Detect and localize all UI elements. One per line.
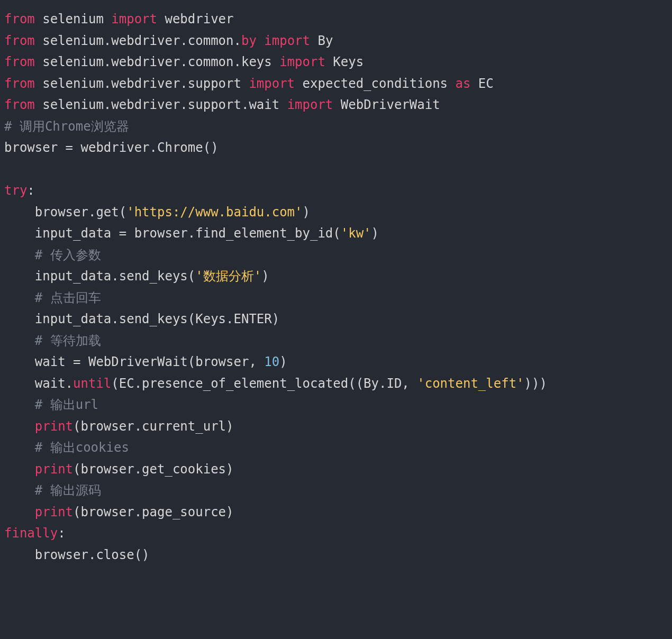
code-line-26: browser.close() [4, 547, 150, 562]
code-line-finally: finally: [4, 526, 66, 541]
code-line-4: from selenium.webdriver.support import e… [4, 76, 494, 91]
comment-chrome: # 调用Chrome浏览器 [4, 119, 129, 134]
keyword-finally: finally [4, 526, 58, 541]
keyword-from: from [4, 12, 35, 26]
string-data: '数据分析' [195, 269, 261, 284]
comment-input: # 传入参数 [4, 248, 101, 262]
code-line-20: print(browser.current_url) [4, 419, 233, 434]
method-until: until [73, 376, 111, 391]
code-line-3: from selenium.webdriver.common.keys impo… [4, 54, 364, 69]
code-line-22: print(browser.get_cookies) [4, 462, 233, 477]
keyword-try: try [4, 183, 27, 198]
code-line-17: wait = WebDriverWait(browser, 10) [4, 354, 287, 369]
code-line-5: from selenium.webdriver.support.wait imp… [4, 97, 440, 112]
string-url: 'https://www.baidu.com' [126, 205, 302, 220]
code-block: from selenium import webdriver from sele… [0, 0, 672, 570]
code-line-13: input_data.send_keys('数据分析') [4, 269, 269, 284]
comment-url: # 输出url [4, 397, 98, 412]
number-10: 10 [264, 354, 279, 369]
code-line-10: browser.get('https://www.baidu.com') [4, 205, 310, 220]
string-contentleft: 'content_left' [417, 376, 524, 391]
string-kw: 'kw' [341, 226, 371, 241]
code-line-15: input_data.send_keys(Keys.ENTER) [4, 312, 279, 326]
builtin-print: print [35, 419, 73, 434]
module-by: by [241, 33, 257, 48]
comment-enter: # 点击回车 [4, 290, 101, 305]
code-line-11: input_data = browser.find_element_by_id(… [4, 226, 379, 241]
comment-source: # 输出源码 [4, 483, 101, 498]
comment-cookies: # 输出cookies [4, 440, 129, 455]
keyword-import: import [111, 12, 157, 26]
code-line-try: try: [4, 183, 35, 198]
code-line-1: from selenium import webdriver [4, 12, 234, 26]
code-line-7: browser = webdriver.Chrome() [4, 140, 219, 155]
comment-wait: # 等待加载 [4, 333, 101, 348]
keyword-as: as [456, 76, 471, 91]
code-line-2: from selenium.webdriver.common.by import… [4, 33, 333, 48]
code-line-24: print(browser.page_source) [4, 505, 233, 519]
code-line-18: wait.until(EC.presence_of_element_locate… [4, 376, 547, 391]
